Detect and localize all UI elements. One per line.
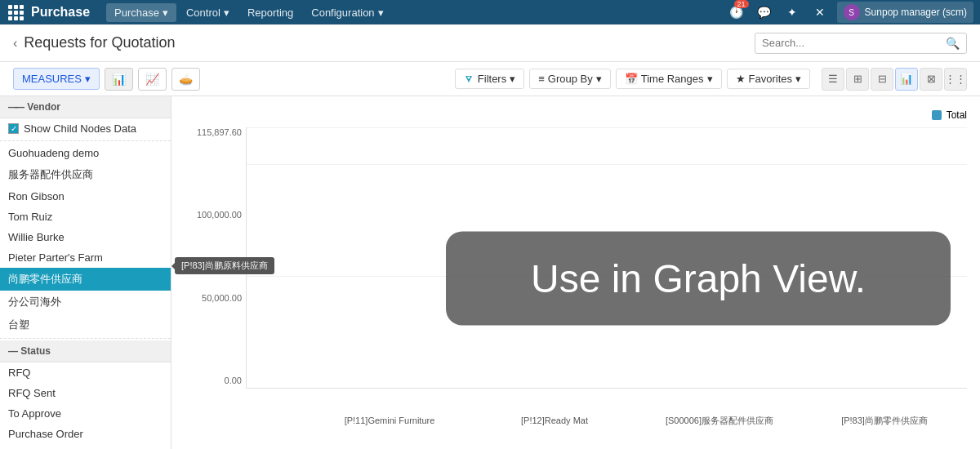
nav-configuration[interactable]: Configuration ▾: [303, 3, 391, 22]
bar-chart-button[interactable]: 📊: [105, 68, 133, 91]
grid-icon: [8, 5, 24, 20]
child-nodes-checkbox[interactable]: ✓: [8, 123, 19, 134]
grid-line-1: [247, 164, 967, 165]
toolbar-right: ⛛ Filters ▾ ≡ Group By ▾ 📅 Time Ranges ▾…: [455, 68, 967, 91]
vendor-section-header[interactable]: — — Vendor: [0, 96, 171, 118]
chevron-down-icon: ▾: [163, 7, 168, 19]
graph-legend: Total: [185, 109, 967, 121]
overlay-text: Use in Graph View.: [531, 256, 866, 301]
user-label: Sunpop manager (scm): [865, 7, 967, 18]
toolbar-left: MEASURES ▾ 📊 📈 🥧: [13, 68, 200, 91]
show-child-nodes[interactable]: ✓ Show Child Nodes Data: [0, 118, 171, 139]
y-label-2: 100,000.00: [185, 210, 242, 220]
vendor-item-6[interactable]: 尚鹏零件供应商: [0, 268, 171, 291]
divider-2: [0, 338, 171, 339]
chevron-down-icon: ▾: [707, 73, 713, 85]
star-icon: ★: [736, 73, 746, 85]
legend-label: Total: [947, 109, 967, 121]
app-brand: Purchase: [31, 5, 90, 20]
vendor-item-1[interactable]: 服务器配件供应商: [0, 163, 171, 186]
toolbar: MEASURES ▾ 📊 📈 🥧 ⛛ Filters ▾ ≡ Group By …: [0, 62, 980, 96]
top-navigation: Purchase Purchase ▾ Control ▾ Reporting …: [0, 0, 980, 24]
graph-overlay: Use in Graph View.: [446, 232, 951, 326]
graph-wrapper: 115,897.60 100,000.00 50,000.00 0.00: [185, 127, 967, 429]
vendor-item-4[interactable]: Willie Burke: [0, 227, 171, 247]
status-item-4[interactable]: Locked: [0, 444, 171, 449]
breadcrumb: ‹ Requests for Quotation: [13, 34, 175, 51]
vendor-item-3[interactable]: Tom Ruiz: [0, 207, 171, 227]
apps-menu-button[interactable]: [7, 3, 24, 21]
filters-button[interactable]: ⛛ Filters ▾: [455, 69, 524, 89]
calendar-icon: 📅: [625, 73, 638, 85]
chevron-down-icon: ▾: [596, 73, 602, 85]
status-item-1[interactable]: RFQ Sent: [0, 383, 171, 403]
graph-view-button[interactable]: 📊: [895, 68, 918, 91]
close-button[interactable]: ✕: [809, 2, 831, 23]
y-label-3: 50,000.00: [185, 293, 242, 303]
vendor-item-7[interactable]: 分公司海外: [0, 291, 171, 313]
x-label-2: [S00006]服务器配件供应商: [637, 389, 802, 429]
filter-icon: ⛛: [464, 73, 474, 85]
x-label-0: [P!11]Gemini Furniture: [307, 389, 472, 429]
clock-button[interactable]: 🕐 21: [726, 2, 747, 23]
pie-chart-button[interactable]: 🥧: [172, 68, 200, 91]
nav-links: Purchase ▾ Control ▾ Reporting Configura…: [106, 3, 726, 22]
view-icons: ☰ ⊞ ⊟ 📊 ⊠ ⋮⋮: [822, 68, 967, 91]
breadcrumb-bar: ‹ Requests for Quotation 🔍: [0, 24, 980, 62]
checkmark-icon: ✓: [11, 124, 17, 133]
vendor-item-2[interactable]: Ron Gibson: [0, 186, 171, 207]
avatar: S: [844, 4, 860, 20]
main-content: — — Vendor ✓ Show Child Nodes Data Guohu…: [0, 96, 980, 449]
chevron-down-icon: ▾: [85, 73, 91, 85]
chat-button[interactable]: 💬: [754, 2, 775, 23]
legend-dot: [932, 110, 942, 120]
grid-line-top: [247, 127, 967, 128]
nav-control[interactable]: Control ▾: [178, 3, 238, 22]
status-item-3[interactable]: Purchase Order: [0, 424, 171, 444]
chevron-down-icon: ▾: [378, 7, 384, 19]
vendor-item-8[interactable]: 台塑: [0, 313, 171, 336]
time-ranges-button[interactable]: 📅 Time Ranges ▾: [616, 69, 722, 89]
line-chart-button[interactable]: 📈: [138, 68, 167, 91]
vendor-item-0[interactable]: Guohuadeng demo: [0, 143, 171, 163]
contacts-button[interactable]: ✦: [782, 2, 803, 23]
y-label-bottom: 0.00: [185, 376, 242, 385]
y-label-top: 115,897.60: [185, 127, 242, 137]
list-view-button[interactable]: ☰: [822, 68, 844, 91]
status-item-2[interactable]: To Approve: [0, 403, 171, 424]
group-icon: ≡: [538, 73, 545, 85]
nav-right: 🕐 21 💬 ✦ ✕ S Sunpop manager (scm): [726, 2, 973, 23]
page-title: Requests for Quotation: [24, 34, 175, 51]
nav-purchase[interactable]: Purchase ▾: [106, 3, 176, 22]
vendor-item-5[interactable]: Pieter Parter's Farm: [0, 247, 171, 268]
nav-reporting[interactable]: Reporting: [239, 3, 301, 22]
kanban-view-button[interactable]: ⊞: [846, 68, 869, 91]
status-section-header[interactable]: — Status: [0, 340, 171, 362]
group-by-button[interactable]: ≡ Group By ▾: [529, 69, 611, 89]
status-item-0[interactable]: RFQ: [0, 362, 171, 383]
grid-view-button[interactable]: ⊟: [871, 68, 893, 91]
x-axis-labels: [P!11]Gemini Furniture [P!12]Ready Mat […: [246, 389, 967, 429]
search-icon: 🔍: [946, 37, 960, 50]
x-label-1: [P!12]Ready Mat: [472, 389, 637, 429]
chevron-down-icon: ▾: [510, 73, 515, 85]
favorites-button[interactable]: ★ Favorites ▾: [727, 69, 810, 89]
user-menu-button[interactable]: S Sunpop manager (scm): [837, 2, 973, 23]
sidebar: — — Vendor ✓ Show Child Nodes Data Guohu…: [0, 96, 172, 449]
search-input[interactable]: [762, 37, 946, 49]
clock-badge: 21: [734, 0, 749, 8]
activity-view-button[interactable]: ⋮⋮: [944, 68, 967, 91]
graph-area: Total 115,897.60 100,000.00 50,000.00 0.…: [172, 96, 980, 449]
search-box[interactable]: 🔍: [755, 33, 967, 54]
x-label-3: [P!83]尚鹏零件供应商: [802, 389, 967, 429]
pivot-view-button[interactable]: ⊠: [920, 68, 942, 91]
chevron-down-icon: ▾: [224, 7, 229, 19]
breadcrumb-back-button[interactable]: ‹: [13, 36, 17, 51]
active-vendor-tooltip: [P!83]尚鹏原料供应商: [175, 257, 274, 274]
chevron-down-icon: ▾: [795, 73, 801, 85]
measures-button[interactable]: MEASURES ▾: [13, 68, 100, 90]
divider: [0, 140, 171, 141]
